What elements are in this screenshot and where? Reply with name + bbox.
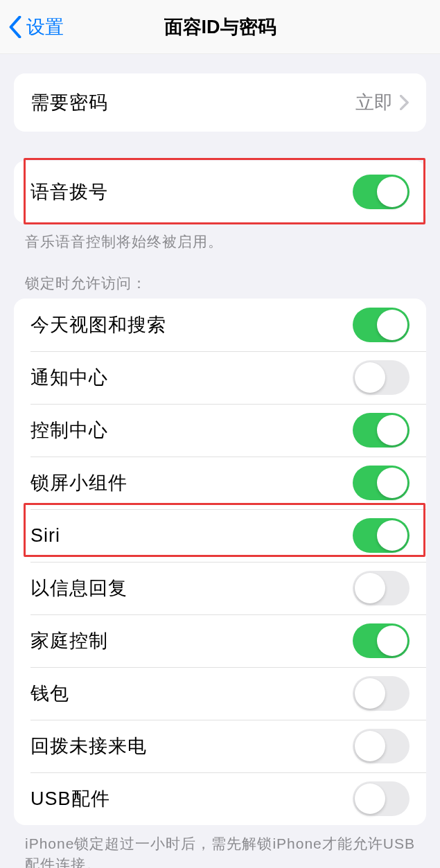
locked-access-item-toggle[interactable] — [353, 308, 410, 342]
require-passcode-row[interactable]: 需要密码 立即 — [14, 73, 426, 132]
locked-access-item-toggle[interactable] — [353, 623, 410, 658]
locked-access-group: 今天视图和搜索通知中心控制中心锁屏小组件Siri以信息回复家庭控制钱包回拨未接来… — [14, 299, 426, 825]
locked-access-row: 钱包 — [14, 667, 426, 720]
locked-access-header: 锁定时允许访问： — [25, 274, 415, 293]
locked-access-item-label: 家庭控制 — [30, 628, 108, 653]
passcode-group: 需要密码 立即 — [14, 73, 426, 132]
locked-access-item-toggle[interactable] — [353, 518, 410, 553]
locked-access-item-label: 锁屏小组件 — [30, 470, 127, 495]
locked-access-item-label: Siri — [30, 525, 60, 547]
locked-access-item-toggle[interactable] — [353, 676, 410, 711]
require-passcode-label: 需要密码 — [30, 90, 108, 115]
locked-access-row: 通知中心 — [14, 351, 426, 404]
locked-access-footer: iPhone锁定超过一小时后，需先解锁iPhone才能允许USB配件连接。 — [25, 833, 415, 868]
navigation-bar: 设置 面容ID与密码 — [0, 0, 440, 54]
locked-access-item-label: 通知中心 — [30, 365, 108, 390]
voice-dial-group: 语音拨号 — [14, 161, 426, 223]
locked-access-row: 锁屏小组件 — [14, 457, 426, 509]
voice-dial-row: 语音拨号 — [14, 161, 426, 223]
locked-access-row: 今天视图和搜索 — [14, 299, 426, 351]
locked-access-item-toggle[interactable] — [353, 781, 410, 816]
locked-access-row: USB配件 — [14, 772, 426, 825]
locked-access-item-toggle[interactable] — [353, 360, 410, 395]
voice-dial-footer: 音乐语音控制将始终被启用。 — [25, 231, 415, 251]
back-button[interactable]: 设置 — [0, 15, 64, 39]
locked-access-row: 回拨未接来电 — [14, 720, 426, 772]
locked-access-item-label: 以信息回复 — [30, 576, 127, 601]
locked-access-item-label: 控制中心 — [30, 418, 108, 443]
locked-access-row: 以信息回复 — [14, 562, 426, 614]
voice-dial-toggle[interactable] — [353, 175, 410, 209]
chevron-right-icon — [400, 95, 410, 110]
page-title: 面容ID与密码 — [0, 15, 440, 39]
locked-access-item-toggle[interactable] — [353, 729, 410, 763]
locked-access-item-toggle[interactable] — [353, 571, 410, 605]
back-chevron-icon — [8, 16, 22, 38]
locked-access-item-toggle[interactable] — [353, 466, 410, 500]
locked-access-item-label: USB配件 — [30, 786, 110, 811]
locked-access-row: 控制中心 — [14, 404, 426, 457]
locked-access-row: 家庭控制 — [14, 614, 426, 667]
locked-access-item-label: 今天视图和搜索 — [30, 312, 166, 337]
back-label: 设置 — [26, 15, 64, 39]
locked-access-item-label: 回拨未接来电 — [30, 734, 147, 759]
locked-access-item-label: 钱包 — [30, 681, 69, 706]
locked-access-item-toggle[interactable] — [353, 413, 410, 448]
require-passcode-value: 立即 — [355, 90, 393, 115]
locked-access-row: Siri — [14, 509, 426, 562]
voice-dial-label: 语音拨号 — [30, 179, 108, 204]
